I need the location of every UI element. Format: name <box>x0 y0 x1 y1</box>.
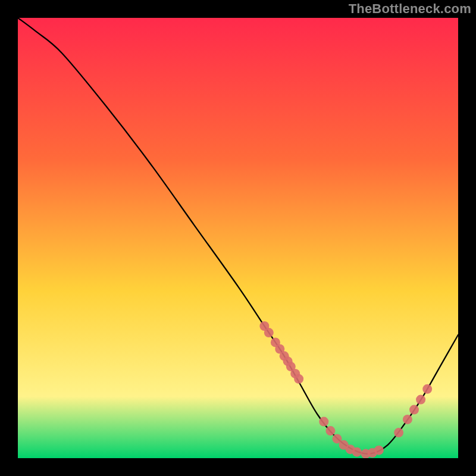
bottleneck-chart <box>18 18 458 458</box>
curve-marker <box>416 395 425 405</box>
curve-marker <box>403 415 412 424</box>
curve-marker <box>319 417 328 427</box>
chart-container: TheBottleneck.com <box>0 0 476 476</box>
gradient-background <box>18 18 458 458</box>
curve-marker <box>374 446 384 455</box>
curve-marker <box>409 405 419 415</box>
curve-marker <box>422 384 432 394</box>
watermark-label: TheBottleneck.com <box>349 1 471 17</box>
curve-marker <box>325 426 335 436</box>
curve-marker <box>352 447 362 457</box>
curve-marker <box>294 374 303 384</box>
curve-marker <box>264 328 274 337</box>
curve-marker <box>394 428 403 437</box>
